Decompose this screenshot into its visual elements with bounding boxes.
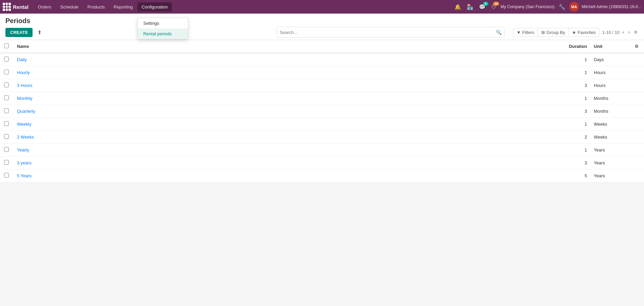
wrench-icon: 🔧: [559, 4, 565, 10]
bell-button[interactable]: 🔔: [453, 2, 463, 12]
row-checkbox[interactable]: [4, 173, 9, 178]
row-unit: Months: [590, 105, 630, 118]
row-checkbox[interactable]: [4, 83, 9, 87]
wrench-button[interactable]: 🔧: [557, 2, 567, 12]
row-unit: Years: [590, 144, 630, 157]
table-header: Name Duration Unit ⚙: [0, 40, 644, 53]
pagination-more[interactable]: ≡: [633, 29, 639, 36]
store-button[interactable]: 🏪: [465, 2, 475, 12]
table-container: Name Duration Unit ⚙ Daily 1 Days Hourly…: [0, 40, 644, 182]
row-name[interactable]: Monthly: [13, 92, 556, 105]
row-duration: 1: [556, 66, 590, 79]
row-actions: [630, 131, 644, 144]
bell-icon: 🔔: [454, 4, 461, 10]
table-row: Daily 1 Days: [0, 53, 644, 66]
filters-button[interactable]: ▼ Filters: [513, 28, 538, 37]
favorites-button[interactable]: ★ Favorites: [569, 28, 599, 37]
row-unit: Months: [590, 92, 630, 105]
top-nav: Rental Orders Schedule Products Reportin…: [0, 0, 644, 14]
header-duration[interactable]: Duration: [556, 40, 590, 53]
search-icon: 🔍: [496, 30, 502, 35]
pagination-next[interactable]: ›: [627, 29, 631, 36]
star-icon: ★: [572, 30, 576, 35]
row-name[interactable]: 5 Years: [13, 169, 556, 182]
create-button[interactable]: CREATE: [5, 28, 33, 37]
header-unit[interactable]: Unit: [590, 40, 630, 53]
row-checkbox[interactable]: [4, 121, 9, 126]
dropdown-settings[interactable]: Settings: [138, 18, 188, 29]
row-unit: Weeks: [590, 131, 630, 144]
row-actions: [630, 79, 644, 92]
table-row: Hourly 1 Hours: [0, 66, 644, 79]
dropdown-rental-periods[interactable]: Rental periods: [138, 29, 188, 39]
configuration-dropdown: Settings Rental periods: [137, 18, 188, 39]
pagination-prev[interactable]: ‹: [621, 29, 625, 36]
chat-button[interactable]: 💬 6: [477, 2, 487, 12]
table-row: Yearly 1 Years: [0, 144, 644, 157]
row-name[interactable]: Yearly: [13, 144, 556, 157]
row-duration: 3: [556, 105, 590, 118]
search-input[interactable]: [280, 30, 496, 35]
row-duration: 3: [556, 79, 590, 92]
row-checkbox-cell: [0, 53, 13, 66]
row-duration: 3: [556, 157, 590, 169]
company-name: My Company (San Francisco): [501, 4, 554, 9]
row-checkbox[interactable]: [4, 57, 9, 61]
main-nav: Orders Schedule Products Reporting Confi…: [34, 2, 453, 12]
row-checkbox[interactable]: [4, 160, 9, 165]
group-by-button[interactable]: ⊞ Group By: [538, 28, 569, 37]
row-checkbox-cell: [0, 79, 13, 92]
nav-schedule[interactable]: Schedule: [56, 2, 83, 12]
main-content: Periods CREATE ⬆ 🔍 ▼ Filters: [0, 14, 644, 306]
row-name[interactable]: 3 years: [13, 157, 556, 169]
row-unit: Weeks: [590, 118, 630, 131]
header-checkbox-col: [0, 40, 13, 53]
row-name[interactable]: 3 Hours: [13, 79, 556, 92]
row-actions: [630, 105, 644, 118]
row-duration: 1: [556, 118, 590, 131]
pagination-text: 1-10 / 10: [602, 30, 620, 35]
row-checkbox-cell: [0, 118, 13, 131]
nav-orders[interactable]: Orders: [34, 2, 56, 12]
search-bar: 🔍: [277, 27, 505, 38]
header-name[interactable]: Name: [13, 40, 556, 53]
row-unit: Hours: [590, 79, 630, 92]
row-name[interactable]: 2 Weeks: [13, 131, 556, 144]
row-name[interactable]: Quarterly: [13, 105, 556, 118]
row-actions: [630, 53, 644, 66]
timer-button[interactable]: ⏱ 40: [490, 2, 498, 11]
user-avatar[interactable]: MA: [569, 2, 579, 12]
row-checkbox-cell: [0, 169, 13, 182]
nav-reporting[interactable]: Reporting: [110, 2, 137, 12]
nav-right: 🔔 🏪 💬 6 ⏱ 40 My Company (San Francisco) …: [453, 2, 641, 12]
periods-table: Name Duration Unit ⚙ Daily 1 Days Hourly…: [0, 40, 644, 182]
settings-icon[interactable]: ⚙: [635, 44, 639, 49]
row-checkbox[interactable]: [4, 147, 9, 152]
filter-icon: ▼: [516, 30, 521, 35]
row-unit: Years: [590, 157, 630, 169]
row-duration: 1: [556, 92, 590, 105]
row-name[interactable]: Weekly: [13, 118, 556, 131]
row-checkbox[interactable]: [4, 134, 9, 139]
page-title-row: Periods: [0, 14, 644, 27]
row-checkbox[interactable]: [4, 95, 9, 100]
app-logo[interactable]: Rental: [3, 3, 28, 11]
row-name[interactable]: Hourly: [13, 66, 556, 79]
table-row: Weekly 1 Weeks: [0, 118, 644, 131]
table-row: 5 Years 5 Years: [0, 169, 644, 182]
page-title: Periods: [5, 17, 30, 25]
upload-button[interactable]: ⬆: [35, 28, 44, 37]
row-actions: [630, 66, 644, 79]
row-checkbox-cell: [0, 105, 13, 118]
table-body: Daily 1 Days Hourly 1 Hours 3 Hours 3 Ho…: [0, 53, 644, 182]
row-name[interactable]: Daily: [13, 53, 556, 66]
store-icon: 🏪: [467, 4, 473, 10]
nav-configuration[interactable]: Configuration: [137, 2, 172, 12]
select-all-checkbox[interactable]: [4, 43, 9, 48]
row-actions: [630, 118, 644, 131]
content-header: Periods CREATE ⬆ 🔍 ▼ Filters: [0, 14, 644, 40]
header-actions-col: ⚙: [630, 40, 644, 53]
row-checkbox[interactable]: [4, 70, 9, 74]
nav-products[interactable]: Products: [83, 2, 109, 12]
row-checkbox[interactable]: [4, 108, 9, 113]
